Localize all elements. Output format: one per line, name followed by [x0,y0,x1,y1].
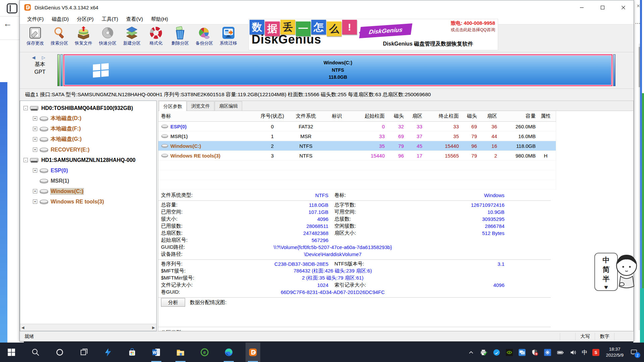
toolbar-button[interactable]: 删除分区 [168,24,192,52]
menu-item[interactable]: 分区(P) [73,16,98,22]
tab[interactable]: 浏览文件 [187,101,214,111]
tree-item[interactable]: - HD0:TOSHIBAMQ04ABF100(932GB) [20,103,156,113]
menu-item[interactable]: 文件(F) [23,16,48,22]
tray-icon[interactable] [543,348,552,357]
toolbar-button-label: 搜索分区 [51,40,68,46]
toolbar-button[interactable]: 系统迁移 [216,24,240,52]
column-header[interactable]: 扇区 [404,113,422,119]
banner-qq-link[interactable]: 或点击此处选择QQ咨询 [451,27,495,33]
tree-item[interactable]: + RECOVERY(E:) [20,144,156,155]
expand-toggle-icon[interactable]: + [33,137,37,141]
horizontal-scrollbar[interactable]: ◀ ▶ [20,324,156,331]
tree-item[interactable]: + ESP(0) [20,165,156,176]
taskbar-app-button[interactable] [76,343,91,362]
expand-toggle-icon[interactable]: + [33,147,37,152]
cell-end-sector: 2 [477,153,497,159]
analyze-button[interactable]: 分析 [161,298,185,307]
partition-segment-windows-c[interactable]: Windows(C:) NTFS 118.0GB [63,54,612,86]
tab[interactable]: 扇区编辑 [215,101,242,111]
column-header[interactable]: 文件系统 [292,113,319,119]
taskbar-app-button[interactable] [4,343,19,362]
promo-banner[interactable]: DiskGenius 数据丢一怎么! DiskGenius 致电: 400-00… [249,19,498,50]
column-header[interactable]: 终止柱面 [422,113,459,119]
ime-language-indicator[interactable]: 中 [582,349,587,356]
tree-item[interactable]: + Windows RE tools(3) [20,196,156,207]
ime-status-widget[interactable]: 中简半 ♥ [594,251,637,293]
expand-toggle-icon[interactable]: + [33,127,37,131]
tray-icon[interactable] [556,348,565,357]
tray-icon[interactable] [480,348,488,357]
window-control-button[interactable] [571,0,592,14]
menu-item[interactable]: 帮助(H) [147,16,172,22]
expand-toggle-icon[interactable]: + [33,168,37,173]
partition-segment-re-tools[interactable] [613,54,615,86]
partition-segment-msr[interactable] [60,54,63,86]
column-header[interactable]: 属性 [536,113,556,119]
toolbar-button-label: 删除分区 [171,40,189,46]
tree-item[interactable]: - HD1:SAMSUNGMZNLN128HAHQ-000 [20,155,156,165]
partition-row[interactable]: ESP(0) 0 FAT32 0 32 33 33 69 36 260.0MB [158,122,556,131]
menu-item[interactable]: 磁盘(D) [48,16,73,22]
column-header[interactable]: 序号(状态) [252,113,292,119]
toolbar-button[interactable]: 格式化 [144,24,168,52]
column-header[interactable]: 容量 [497,113,536,119]
tree-item[interactable]: + 本地磁盘(G:) [20,134,156,144]
tray-icon[interactable] [569,348,577,357]
toolbar-button[interactable]: 保存更改 [23,24,47,52]
tree-item[interactable]: + 本地磁盘(D:) [20,113,156,124]
column-header[interactable]: 标识 [319,113,355,119]
taskbar-app-button[interactable]: e [197,343,212,362]
window-control-button[interactable] [592,0,613,14]
disk-nav-arrows-icon[interactable]: ◀ ▷ [26,55,54,60]
column-header[interactable]: 磁头 [385,113,404,119]
partition-row[interactable]: MSR(1) 1 MSR 33 69 37 35 79 44 16.0MB [158,131,556,141]
expand-toggle-icon[interactable]: - [23,106,28,110]
back-arrow-icon[interactable]: ← [3,18,12,29]
window-control-button[interactable] [613,0,634,14]
scroll-right-icon[interactable]: ▶ [152,325,155,330]
menu-item[interactable]: 查看(V) [122,16,147,22]
tray-icon[interactable] [531,348,539,357]
tray-icon[interactable] [505,348,514,357]
menu-item[interactable]: 工具(T) [98,16,122,22]
detail-row: 起始扇区号: 567296 [158,237,551,244]
action-center-button[interactable]: 2 [629,348,639,357]
partition-row[interactable]: Windows RE tools(3) 3 NTFS 15440 96 17 1… [158,151,556,161]
tray-icon[interactable] [492,348,501,357]
partition-segment-esp[interactable] [57,54,60,86]
expand-toggle-icon[interactable]: + [33,189,37,193]
toolbar-button[interactable]: 快速分区 [96,24,120,52]
tab[interactable]: 分区参数 [159,101,186,111]
taskbar-app-button[interactable]: W [149,343,164,362]
taskbar-app-button[interactable] [221,343,236,362]
partition-row[interactable]: Windows(C:) 2 NTFS 35 79 45 15440 96 16 … [158,141,556,151]
tray-icon[interactable] [467,348,475,357]
column-header[interactable]: 卷标 [158,113,252,119]
expand-toggle-icon[interactable]: - [23,158,28,162]
taskbar-app-button[interactable] [125,343,140,362]
toolbar-button[interactable]: 备份分区 [192,24,216,52]
expand-toggle-icon[interactable]: + [33,199,37,204]
column-header[interactable]: 扇区 [477,113,497,119]
taskbar-app-button[interactable] [28,343,43,362]
expand-toggle-icon[interactable]: + [33,116,37,121]
taskbar-clock[interactable]: 18:37 2022/5/9 [606,346,624,358]
column-header[interactable]: 起始柱面 [355,113,385,119]
taskbar-app-button[interactable] [101,343,115,362]
close-icon[interactable]: × [637,3,640,9]
column-header[interactable]: 磁头 [459,113,477,119]
tray-icon[interactable] [518,348,526,357]
tree-item[interactable]: MSR(1) [20,176,156,186]
sogou-icon[interactable]: S [592,348,600,357]
taskbar-app-button[interactable] [52,343,67,362]
toolbar-button[interactable]: 恢复文件 [71,24,96,52]
scroll-left-icon[interactable]: ◀ [21,325,24,330]
banner-tile: 丢 [280,20,295,35]
tree-item[interactable]: + Windows(C:) [20,186,156,196]
toolbar-button[interactable]: 搜索分区 [47,24,71,52]
toolbar-button[interactable]: 新建分区 [120,24,144,52]
cell-end-sector: 44 [477,133,497,139]
taskbar-app-button[interactable] [173,343,188,362]
taskbar-app-button[interactable] [246,343,260,362]
tree-item[interactable]: + 本地磁盘(F:) [20,124,156,134]
